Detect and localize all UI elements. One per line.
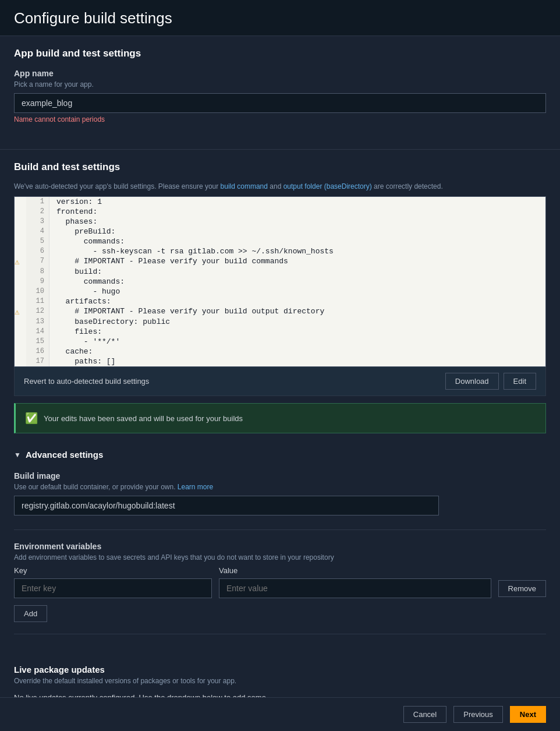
code-toolbar: Revert to auto-detected build settings D… bbox=[14, 367, 546, 396]
edit-button[interactable]: Edit bbox=[504, 373, 536, 390]
line-content-1: version: 1 bbox=[49, 197, 545, 207]
line-content-3: phases: bbox=[49, 217, 545, 227]
remove-button[interactable]: Remove bbox=[498, 580, 546, 597]
line-num-5: 5 bbox=[26, 236, 49, 246]
code-line-12: ⚠ 12 # IMPORTANT - Please verify your bu… bbox=[15, 306, 545, 317]
code-line-10: 10 - hugo bbox=[15, 287, 545, 296]
line-num-6: 6 bbox=[26, 246, 49, 256]
env-key-input[interactable] bbox=[14, 578, 212, 598]
download-button[interactable]: Download bbox=[445, 373, 499, 390]
code-line-2: 2 frontend: bbox=[15, 207, 545, 217]
line-num-2: 2 bbox=[26, 207, 49, 217]
build-image-label: Build image bbox=[14, 471, 546, 481]
learn-more-link[interactable]: Learn more bbox=[178, 483, 213, 491]
code-line-6: 6 - ssh-keyscan -t rsa gitlab.com >> ~/.… bbox=[15, 246, 545, 256]
line-num-1: 1 bbox=[26, 197, 49, 207]
app-build-section: App build and test settings App name Pic… bbox=[0, 36, 560, 150]
code-line-1: 1 version: 1 bbox=[15, 197, 545, 207]
app-name-hint: Pick a name for your app. bbox=[14, 80, 546, 89]
page-title: Configure build settings bbox=[14, 9, 546, 27]
main-content: App build and test settings App name Pic… bbox=[0, 36, 560, 731]
add-env-button[interactable]: Add bbox=[14, 605, 47, 622]
line-num-11: 11 bbox=[26, 296, 49, 306]
advanced-section: ▼ Advanced settings Build image Use our … bbox=[0, 440, 560, 655]
add-button-container: Add bbox=[14, 605, 546, 622]
line-num-12: 12 bbox=[26, 306, 49, 317]
line-content-5: commands: bbox=[49, 236, 545, 246]
code-line-8: 8 build: bbox=[15, 267, 545, 277]
line-num-13: 13 bbox=[26, 317, 49, 327]
warning-icon-7: ⚠ bbox=[15, 257, 19, 267]
line-num-7: 7 bbox=[26, 256, 49, 267]
line-content-11: artifacts: bbox=[49, 296, 545, 306]
warning-icon-12: ⚠ bbox=[15, 307, 19, 317]
cancel-button[interactable]: Cancel bbox=[403, 706, 446, 723]
code-line-13: 13 baseDirectory: public bbox=[15, 317, 545, 327]
build-settings-desc: We've auto-detected your app's build set… bbox=[14, 182, 546, 190]
success-banner: ✅ Your edits have been saved and will be… bbox=[14, 403, 546, 433]
advanced-settings-header[interactable]: ▼ Advanced settings bbox=[14, 450, 546, 460]
build-command-link[interactable]: build command bbox=[221, 182, 268, 190]
line-content-15: - '**/*' bbox=[49, 337, 545, 347]
chevron-down-icon: ▼ bbox=[14, 451, 21, 459]
build-settings-section: Build and test settings We've auto-detec… bbox=[0, 150, 560, 396]
line-num-8: 8 bbox=[26, 267, 49, 277]
line-num-14: 14 bbox=[26, 327, 49, 337]
build-image-hint: Use our default build container, or prov… bbox=[14, 483, 546, 491]
line-content-10: - hugo bbox=[49, 287, 545, 296]
page-header: Configure build settings bbox=[0, 0, 560, 36]
divider-2 bbox=[14, 634, 546, 634]
code-line-7: ⚠ 7 # IMPORTANT - Please verify your bui… bbox=[15, 256, 545, 267]
success-message: Your edits have been saved and will be u… bbox=[44, 414, 243, 423]
line-num-15: 15 bbox=[26, 337, 49, 347]
line-num-4: 4 bbox=[26, 227, 49, 236]
line-num-16: 16 bbox=[26, 347, 49, 356]
build-image-field: Build image Use our default build contai… bbox=[14, 471, 546, 515]
live-package-title: Live package updates bbox=[14, 665, 546, 675]
env-value-label: Value bbox=[219, 566, 546, 575]
line-content-6: - ssh-keyscan -t rsa gitlab.com >> ~/.ss… bbox=[49, 246, 545, 256]
code-line-16: 16 cache: bbox=[15, 347, 545, 356]
line-content-2: frontend: bbox=[49, 207, 545, 217]
line-num-10: 10 bbox=[26, 287, 49, 296]
line-content-9: commands: bbox=[49, 277, 545, 287]
app-name-error: Name cannot contain periods bbox=[14, 115, 546, 123]
live-package-desc: Override the default installed versions … bbox=[14, 677, 546, 685]
line-content-17: paths: [] bbox=[49, 356, 545, 366]
code-lines: 1 version: 1 2 frontend: 3 phases: bbox=[15, 197, 545, 366]
app-name-input[interactable] bbox=[14, 93, 546, 113]
advanced-settings-title: Advanced settings bbox=[26, 450, 103, 460]
line-content-16: cache: bbox=[49, 347, 545, 356]
app-name-label: App name bbox=[14, 69, 546, 78]
env-variables-desc: Add environment variables to save secret… bbox=[14, 553, 546, 562]
line-num-17: 17 bbox=[26, 356, 49, 366]
code-line-17: 17 paths: [] bbox=[15, 356, 545, 366]
env-input-row: Remove bbox=[14, 578, 546, 598]
env-value-input[interactable] bbox=[219, 578, 491, 598]
code-toolbar-buttons: Download Edit bbox=[445, 373, 536, 390]
env-row-header: Key Value bbox=[14, 566, 546, 575]
code-editor: 1 version: 1 2 frontend: 3 phases: bbox=[14, 196, 546, 367]
success-icon: ✅ bbox=[25, 412, 38, 425]
env-variables-section: Environment variables Add environment va… bbox=[14, 542, 546, 622]
env-key-label: Key bbox=[14, 566, 212, 575]
code-line-4: 4 preBuild: bbox=[15, 227, 545, 236]
footer-bar: Cancel Previous Next bbox=[0, 697, 560, 731]
code-line-5: 5 commands: bbox=[15, 236, 545, 246]
divider-1 bbox=[14, 529, 546, 530]
line-content-7: # IMPORTANT - Please verify your build c… bbox=[49, 256, 545, 267]
previous-button[interactable]: Previous bbox=[453, 706, 503, 723]
line-num-9: 9 bbox=[26, 277, 49, 287]
line-num-3: 3 bbox=[26, 217, 49, 227]
output-folder-link[interactable]: output folder (baseDirectory) bbox=[283, 182, 372, 190]
code-line-15: 15 - '**/*' bbox=[15, 337, 545, 347]
build-image-input[interactable] bbox=[14, 496, 439, 515]
next-button[interactable]: Next bbox=[510, 706, 546, 723]
app-name-field: App name Pick a name for your app. Name … bbox=[14, 69, 546, 123]
line-content-8: build: bbox=[49, 267, 545, 277]
app-build-title: App build and test settings bbox=[14, 48, 546, 59]
code-line-3: 3 phases: bbox=[15, 217, 545, 227]
code-line-11: 11 artifacts: bbox=[15, 296, 545, 306]
line-content-4: preBuild: bbox=[49, 227, 545, 236]
revert-label: Revert to auto-detected build settings bbox=[24, 377, 149, 386]
